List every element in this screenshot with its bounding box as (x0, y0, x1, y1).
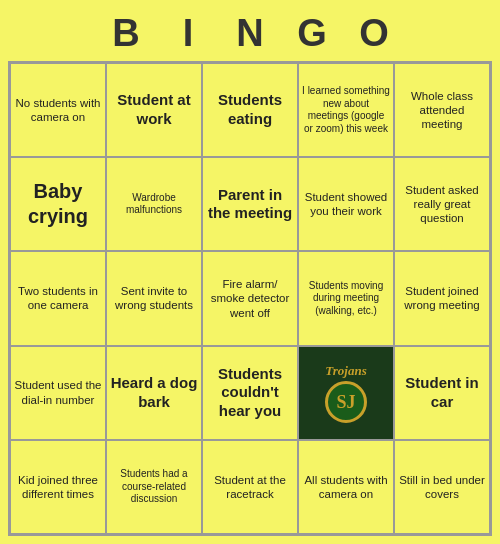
bingo-letter: B (104, 12, 148, 55)
bingo-title: BINGO (104, 12, 396, 55)
bingo-letter: G (290, 12, 334, 55)
bingo-cell: Student asked really great question (394, 157, 490, 251)
bingo-letter: N (228, 12, 272, 55)
bingo-cell: Sent invite to wrong students (106, 251, 202, 345)
bingo-cell: Students eating (202, 63, 298, 157)
bingo-grid: No students with camera onStudent at wor… (8, 61, 492, 536)
bingo-cell: Heard a dog bark (106, 346, 202, 440)
bingo-cell: Whole class attended meeting (394, 63, 490, 157)
bingo-cell: Parent in the meeting (202, 157, 298, 251)
bingo-cell: Baby crying (10, 157, 106, 251)
bingo-cell: Student used the dial-in number (10, 346, 106, 440)
bingo-cell: Student joined wrong meeting (394, 251, 490, 345)
bingo-cell: Students moving during meeting (walking,… (298, 251, 394, 345)
bingo-cell: Student in car (394, 346, 490, 440)
bingo-cell: Wardrobe malfunctions (106, 157, 202, 251)
bingo-letter: O (352, 12, 396, 55)
bingo-cell: All students with camera on (298, 440, 394, 534)
bingo-cell: Student at the racetrack (202, 440, 298, 534)
bingo-cell: Student at work (106, 63, 202, 157)
bingo-cell: Students had a course-related discussion (106, 440, 202, 534)
bingo-cell: Two students in one camera (10, 251, 106, 345)
bingo-cell: Still in bed under covers (394, 440, 490, 534)
bingo-cell: TrojansSJ (298, 346, 394, 440)
bingo-cell: Students couldn't hear you (202, 346, 298, 440)
bingo-cell: Fire alarm/ smoke detector went off (202, 251, 298, 345)
bingo-letter: I (166, 12, 210, 55)
trojans-logo: TrojansSJ (325, 363, 367, 423)
bingo-cell: Student showed you their work (298, 157, 394, 251)
bingo-cell: Kid joined three different times (10, 440, 106, 534)
bingo-cell: I learned something new about meetings (… (298, 63, 394, 157)
bingo-cell: No students with camera on (10, 63, 106, 157)
